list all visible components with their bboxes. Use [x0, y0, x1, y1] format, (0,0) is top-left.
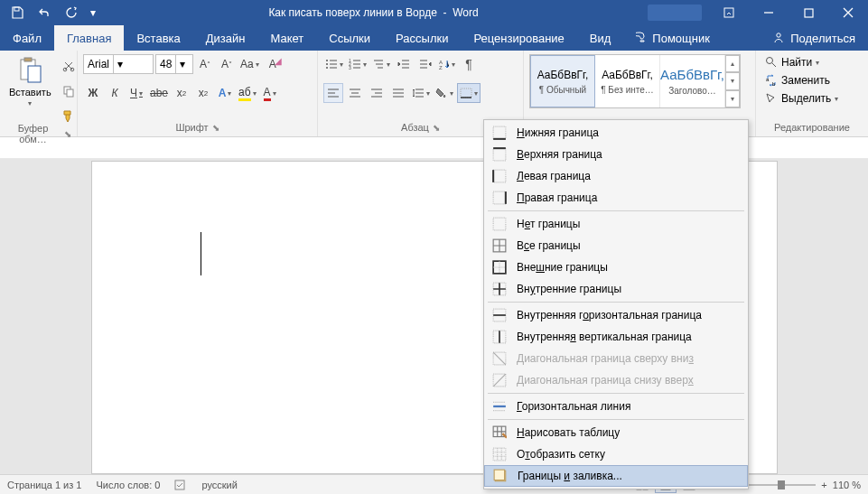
border-menu-draw-table[interactable]: Нарисовать таблицу — [484, 422, 748, 443]
border-menu-border-outer[interactable]: Внешние границы — [484, 256, 748, 278]
shading-button[interactable] — [434, 83, 455, 103]
draw-table-icon — [491, 424, 508, 441]
menu-item-label: Правая граница — [517, 191, 597, 204]
border-menu-gridlines[interactable]: Отобразить сетку — [484, 443, 748, 465]
qat-customize[interactable]: ▾ — [87, 2, 99, 23]
subscript-button[interactable]: x2 — [172, 83, 191, 103]
tab-design[interactable]: Дизайн — [193, 25, 258, 51]
styles-scroll-up[interactable]: ▴ — [725, 55, 740, 72]
tab-home[interactable]: Главная — [54, 25, 124, 51]
tab-insert[interactable]: Вставка — [124, 25, 192, 51]
style-normal[interactable]: АаБбВвГг, ¶ Обычный — [530, 55, 595, 107]
multilevel-button[interactable] — [370, 54, 392, 74]
border-menu-border-iv[interactable]: Внутренняя вертикальная граница — [484, 326, 748, 348]
tab-references[interactable]: Ссылки — [316, 25, 383, 51]
style-no-spacing[interactable]: АаБбВвГг, ¶ Без инте… — [595, 55, 660, 107]
styles-expand[interactable]: ▾ — [725, 90, 740, 107]
border-menu-border-top[interactable]: Верхняя граница — [484, 144, 748, 165]
ribbon-tabs: Файл Главная Вставка Дизайн Макет Ссылки… — [0, 25, 868, 51]
styles-scroll-down[interactable]: ▾ — [725, 72, 740, 89]
tab-review[interactable]: Рецензирование — [461, 25, 576, 51]
align-center[interactable] — [345, 83, 365, 103]
border-menu-border-right[interactable]: Правая граница — [484, 187, 748, 209]
status-wordcount[interactable]: Число слов: 0 — [96, 480, 160, 490]
save-button[interactable] — [5, 2, 29, 23]
grow-font[interactable]: A˄ — [195, 54, 215, 74]
clear-formatting[interactable]: A◢ — [263, 54, 283, 74]
superscript-button[interactable]: x2 — [193, 83, 213, 103]
decrease-indent[interactable] — [394, 54, 414, 74]
border-ih-icon — [491, 307, 508, 323]
maximize-button[interactable] — [789, 0, 828, 25]
border-menu-border-all[interactable]: Все границы — [484, 235, 748, 256]
svg-rect-36 — [493, 448, 506, 461]
increase-indent[interactable] — [415, 54, 435, 74]
border-menu-borders-shading[interactable]: Границы и заливка... — [484, 465, 748, 487]
svg-rect-19 — [461, 89, 471, 98]
border-menu-border-bottom[interactable]: Нижняя граница — [484, 122, 748, 144]
copy-button[interactable] — [59, 81, 79, 101]
border-top-icon — [491, 146, 508, 163]
tab-file[interactable]: Файл — [0, 25, 54, 51]
border-menu-hline[interactable]: Горизонтальная линия — [484, 396, 748, 417]
paste-button[interactable]: Вставить ▾ — [5, 54, 55, 109]
tab-layout[interactable]: Макет — [257, 25, 316, 51]
line-spacing[interactable] — [410, 83, 432, 103]
zoom-value[interactable]: 110 % — [833, 480, 861, 490]
change-case[interactable]: Aa — [238, 54, 261, 74]
sort-button[interactable]: AZ — [437, 54, 457, 74]
text-effects[interactable]: A — [215, 83, 235, 103]
tab-view[interactable]: Вид — [577, 25, 624, 51]
strike-button[interactable]: abe — [148, 83, 170, 103]
share-button[interactable]: Поделиться — [760, 25, 868, 51]
highlight-button[interactable]: aб — [237, 83, 258, 103]
align-justify[interactable] — [388, 83, 408, 103]
status-page[interactable]: Страница 1 из 1 — [7, 480, 81, 490]
font-size-combo[interactable]: 48▾ — [155, 54, 193, 74]
show-marks[interactable]: ¶ — [459, 54, 479, 74]
svg-text:Z: Z — [439, 65, 443, 70]
numbering-button[interactable]: 123 — [347, 54, 369, 74]
borders-button[interactable] — [457, 83, 481, 103]
minimize-button[interactable] — [749, 0, 789, 25]
border-menu-border-ih[interactable]: Внутренняя горизонтальная граница — [484, 304, 748, 326]
undo-button[interactable] — [33, 2, 56, 23]
replace-button[interactable]: abЗаменить — [761, 72, 842, 89]
align-right[interactable] — [367, 83, 387, 103]
format-painter[interactable] — [59, 107, 79, 126]
bullets-button[interactable] — [323, 54, 345, 74]
tab-mailings[interactable]: Рассылки — [383, 25, 461, 51]
font-launcher[interactable]: ⬊ — [212, 123, 219, 133]
gridlines-icon — [491, 446, 508, 462]
paragraph-launcher[interactable]: ⬊ — [433, 123, 440, 133]
menu-item-label: Внутренняя вертикальная граница — [517, 331, 692, 343]
status-language[interactable]: русский — [201, 480, 237, 490]
select-button[interactable]: Выделить▾ — [761, 90, 842, 107]
bold-button[interactable]: Ж — [83, 83, 103, 103]
font-name-combo[interactable]: Arial▾ — [83, 54, 154, 74]
align-left[interactable] — [323, 83, 343, 103]
status-proofing-icon[interactable] — [174, 479, 187, 491]
font-color-button[interactable]: A — [260, 83, 280, 103]
text-cursor — [201, 232, 201, 275]
cut-button[interactable] — [59, 56, 79, 76]
menu-item-label: Границы и заливка... — [518, 470, 622, 482]
clipboard-launcher[interactable]: ⬊ — [64, 129, 71, 139]
svg-point-12 — [326, 63, 328, 65]
svg-rect-39 — [175, 480, 184, 489]
border-menu-border-none[interactable]: Нет границы — [484, 213, 748, 235]
styles-gallery[interactable]: АаБбВвГг, ¶ Обычный АаБбВвГг, ¶ Без инте… — [529, 54, 741, 108]
close-button[interactable] — [828, 0, 868, 25]
underline-button[interactable]: Ч — [126, 83, 146, 103]
style-heading1[interactable]: АаБбВвГг, Заголово… — [660, 55, 725, 107]
zoom-in[interactable]: + — [821, 480, 826, 490]
border-menu-border-left[interactable]: Левая граница — [484, 165, 748, 187]
redo-button[interactable] — [60, 2, 83, 23]
tell-me[interactable]: Помощник — [623, 25, 723, 51]
border-menu-border-inner[interactable]: Внутренние границы — [484, 278, 748, 300]
border-none-icon — [491, 216, 508, 232]
italic-button[interactable]: К — [105, 83, 125, 103]
find-button[interactable]: Найти▾ — [761, 54, 842, 70]
shrink-font[interactable]: A˅ — [217, 54, 237, 74]
ribbon-display-options[interactable] — [709, 0, 749, 25]
